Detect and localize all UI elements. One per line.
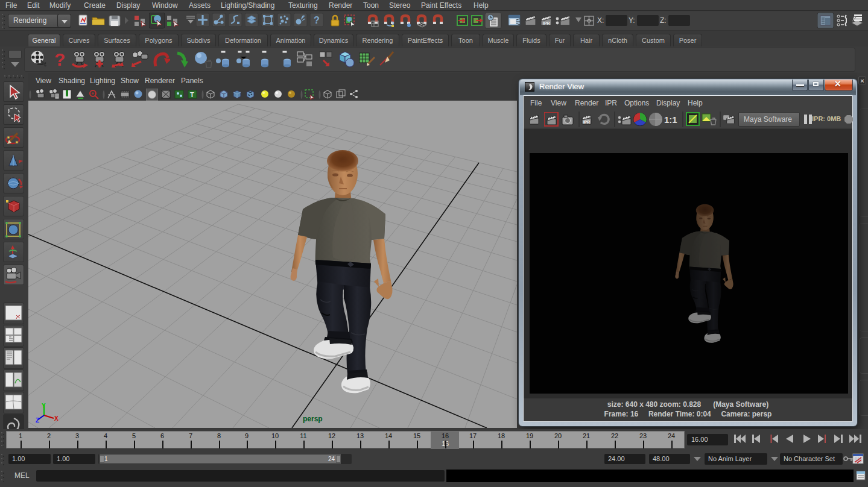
svg-text:IPR: IPR xyxy=(583,120,590,124)
svg-text:1:1: 1:1 xyxy=(664,115,677,125)
svg-text:?: ? xyxy=(54,49,65,69)
svg-text:Y: Y xyxy=(42,403,46,409)
svg-text:?: ? xyxy=(314,15,320,25)
svg-text:X: X xyxy=(54,415,59,422)
svg-text:IPR: IPR xyxy=(543,21,550,25)
svg-text:T: T xyxy=(190,91,194,98)
svg-text:Z: Z xyxy=(36,417,39,424)
